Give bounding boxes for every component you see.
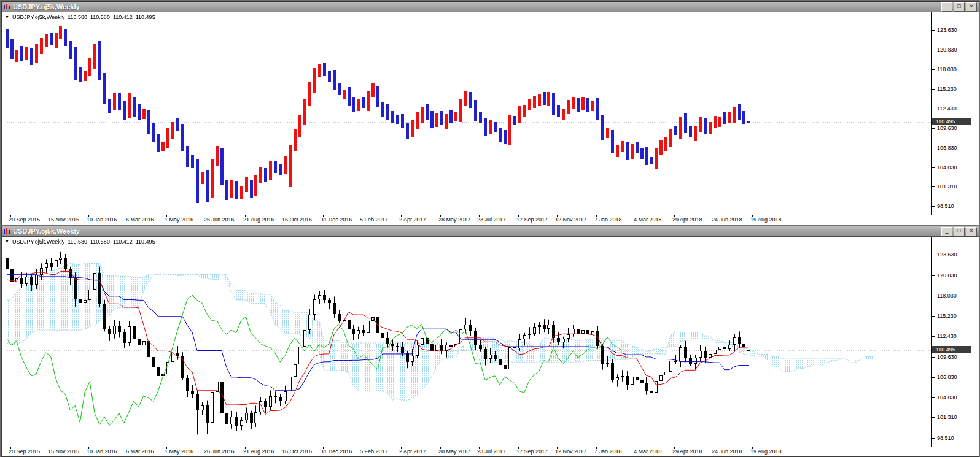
price-axis-label: 112.430 (937, 333, 957, 339)
time-axis-label: 15 Nov 2015 (48, 448, 79, 455)
current-price-tag: 110.495 (932, 118, 971, 125)
time-axis-label: 7 Jan 2018 (594, 448, 622, 455)
time-axis[interactable]: 20 Sep 201515 Nov 201510 Jan 20166 Mar 2… (2, 447, 979, 456)
time-axis-label: 29 Apr 2018 (672, 448, 702, 455)
time-axis-label: 23 Jul 2017 (477, 217, 506, 223)
price-axis-label: 123.630 (937, 27, 957, 33)
price-axis-tick (932, 417, 935, 418)
time-axis-label: 10 Jan 2016 (87, 448, 117, 455)
price-axis-tick (932, 206, 935, 207)
time-axis[interactable]: 20 Sep 201515 Nov 201510 Jan 20166 Mar 2… (2, 215, 979, 225)
price-axis[interactable]: 123.630120.830118.030115.230112.430109.6… (931, 12, 979, 215)
time-axis-label: 1 May 2016 (165, 217, 193, 223)
chart-canvas-top[interactable] (2, 12, 931, 215)
time-axis-label: 17 Sep 2017 (516, 448, 548, 455)
price-axis-tick (932, 275, 935, 276)
quote-close: 110.495 (136, 239, 155, 245)
current-price-tag: 110.495 (932, 346, 971, 353)
quote-header: ▼ USDJPY.oj5k,Weekly 110.580 110.580 110… (5, 239, 155, 245)
price-axis-tick (932, 377, 935, 378)
quote-open: 110.580 (68, 14, 87, 20)
restore-button[interactable]: □ (954, 2, 965, 12)
time-axis-label: 4 Mar 2018 (634, 217, 662, 223)
price-axis-label: 98.510 (937, 203, 954, 209)
window-title: USDJPY.oj5k,Weekly (13, 228, 939, 235)
price-axis-label: 104.030 (937, 164, 957, 171)
chart-window-top: USDJPY.oj5k,Weekly _ □ × ▼ USDJPY.oj5k,W… (1, 1, 979, 225)
time-axis-label: 24 Jun 2018 (712, 217, 742, 223)
time-axis-label: 2 Apr 2017 (399, 448, 426, 455)
time-axis-label: 2 Apr 2017 (399, 217, 426, 223)
time-axis-label: 28 May 2017 (438, 448, 470, 455)
price-axis-tick (932, 336, 935, 337)
time-axis-label: 29 Apr 2018 (672, 217, 702, 223)
time-axis-label: 20 Sep 2015 (9, 448, 40, 455)
price-axis-label: 104.030 (937, 394, 957, 401)
price-axis-label: 123.630 (937, 252, 957, 258)
time-axis-label: 20 Sep 2015 (9, 217, 40, 223)
time-axis-label: 12 Nov 2017 (555, 217, 586, 223)
window-controls: _ □ × (941, 2, 978, 12)
price-axis-tick (932, 50, 935, 50)
time-axis-label: 16 Oct 2016 (282, 448, 312, 455)
price-axis-tick (932, 128, 935, 129)
restore-button[interactable]: □ (954, 227, 965, 236)
time-axis-label: 24 Jun 2018 (712, 448, 742, 455)
time-axis-label: 16 Oct 2016 (282, 217, 312, 223)
price-axis-tick (932, 167, 935, 168)
mt4-workspace: { "app": {"background": "#6e6e6e"}, "win… (0, 0, 980, 457)
quote-low: 110.412 (113, 14, 133, 20)
price-axis-tick (932, 397, 935, 398)
quote-high: 110.580 (90, 239, 110, 245)
time-axis-label: 11 Dec 2016 (321, 217, 352, 223)
time-axis-label: 1 May 2016 (165, 448, 193, 455)
time-axis-label: 10 Jan 2016 (87, 217, 117, 223)
price-axis-tick (932, 296, 935, 296)
close-button[interactable]: × (966, 227, 977, 236)
time-axis-label: 21 Aug 2016 (243, 448, 274, 455)
chart-icon (3, 228, 10, 234)
quote-symbol: USDJPY.oj5k,Weekly (12, 239, 64, 245)
time-axis-label: 5 Feb 2017 (360, 217, 388, 223)
symbol-marker-icon: ▼ (5, 239, 9, 244)
price-axis-label: 118.030 (937, 293, 957, 299)
price-axis-label: 118.030 (937, 66, 957, 72)
chart-window-bottom: USDJPY.oj5k,Weekly _ □ × ▼ USDJPY.oj5k,W… (1, 226, 979, 457)
price-axis-tick (932, 186, 935, 187)
price-axis-label: 115.230 (937, 313, 957, 319)
time-axis-label: 23 Jul 2017 (477, 448, 506, 455)
window-titlebar[interactable]: USDJPY.oj5k,Weekly _ □ × (2, 2, 979, 12)
price-axis-label: 120.830 (937, 47, 957, 53)
minimize-button[interactable]: _ (941, 2, 952, 12)
minimize-button[interactable]: _ (941, 227, 952, 236)
price-axis[interactable]: 123.630120.830118.030115.230112.430109.6… (931, 237, 979, 447)
time-axis-label: 17 Sep 2017 (516, 217, 548, 223)
time-axis-label: 19 Aug 2018 (750, 448, 782, 455)
price-axis-label: 120.830 (937, 272, 957, 278)
price-axis-tick (932, 30, 935, 31)
price-axis-tick (932, 69, 935, 70)
price-axis-label: 98.510 (937, 435, 954, 441)
price-axis-label: 106.830 (937, 145, 957, 151)
time-axis-label: 7 Jan 2018 (594, 217, 622, 223)
quote-high: 110.580 (90, 14, 110, 20)
quote-open: 110.580 (68, 239, 87, 245)
window-titlebar[interactable]: USDJPY.oj5k,Weekly _ □ × (2, 226, 979, 236)
time-axis-label: 19 Aug 2018 (750, 217, 782, 223)
price-axis-tick (932, 438, 935, 439)
chart-canvas-bottom[interactable] (2, 237, 931, 447)
time-axis-label: 12 Nov 2017 (555, 448, 586, 455)
symbol-marker-icon: ▼ (5, 15, 9, 20)
close-button[interactable]: × (966, 2, 977, 12)
time-axis-label: 6 Mar 2016 (126, 448, 154, 455)
chart-area-top: ▼ USDJPY.oj5k,Weekly 110.580 110.580 110… (2, 12, 979, 225)
window-controls: _ □ × (941, 227, 978, 236)
price-axis-tick (932, 89, 935, 90)
time-axis-label: 6 Mar 2016 (126, 217, 154, 223)
price-axis-label: 115.230 (937, 86, 957, 92)
time-axis-label: 15 Nov 2015 (48, 217, 79, 223)
quote-symbol: USDJPY.oj5k,Weekly (12, 14, 64, 20)
chart-icon (3, 4, 10, 10)
price-axis-tick (932, 255, 935, 255)
price-axis-tick (932, 316, 935, 317)
